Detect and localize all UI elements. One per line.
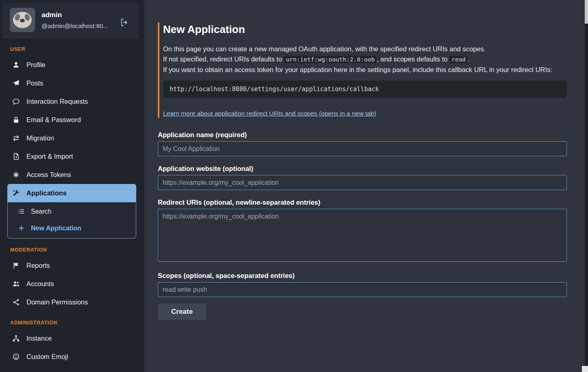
sidebar-item-label: Search — [31, 207, 52, 216]
sidebar-item-label: Migration — [26, 133, 54, 143]
intro-line-2-mid: , and scopes defaults to — [377, 55, 449, 63]
sidebar-item-label: Profile — [26, 60, 46, 70]
application-website-label: Application website (optional) — [158, 165, 567, 173]
avatar — [10, 8, 35, 32]
sidebar-nav-moderation: Reports Accounts Domain Permissions — [0, 256, 144, 311]
flag-icon — [12, 262, 20, 269]
sidebar-item-migration[interactable]: Migration — [0, 129, 144, 147]
callback-url-code-block: http://localhost:8080/settings/user/appl… — [163, 81, 567, 98]
sidebar-item-label: Interaction Requests — [26, 97, 88, 106]
sidebar-item-label: Applications — [26, 188, 67, 198]
sidebar-item-new-application[interactable]: New Application — [8, 220, 136, 236]
scopes-input[interactable] — [158, 282, 567, 297]
sidebar-item-label: New Application — [31, 223, 81, 233]
application-name-input[interactable] — [158, 141, 567, 156]
sidebar-item-label: Access Tokens — [26, 170, 71, 179]
sidebar: admin @admin@localhost:80... USER Profil… — [0, 0, 144, 372]
application-website-input[interactable] — [158, 175, 567, 190]
new-application-form: Application name (required) Application … — [158, 131, 567, 320]
comment-icon — [12, 98, 20, 105]
sidebar-item-accounts[interactable]: Accounts — [0, 275, 144, 293]
sidebar-item-custom-emoji[interactable]: Custom Emoji — [0, 348, 144, 366]
sitemap-icon — [12, 335, 20, 342]
intro-line-2-pre: If not specified, redirect URIs defaults… — [163, 55, 284, 63]
intro-line-3: If you want to obtain an access token fo… — [163, 65, 567, 75]
share-nodes-icon — [12, 299, 20, 306]
application-name-field: Application name (required) — [158, 131, 567, 156]
learn-more-link[interactable]: Learn more about application redirect UR… — [163, 110, 376, 117]
sidebar-item-label: Actions — [26, 370, 48, 372]
main-content: New Application On this page you can cre… — [144, 0, 588, 372]
scopes-label: Scopes (optional, space-separated entrie… — [158, 272, 567, 280]
inline-code-read: read — [449, 56, 468, 63]
section-label-user: USER — [10, 46, 144, 52]
intro-line-2: If not specified, redirect URIs defaults… — [163, 54, 567, 65]
applications-submenu: Search New Application — [7, 202, 136, 239]
user-icon — [12, 61, 20, 68]
sidebar-item-label: Custom Emoji — [26, 352, 68, 361]
intro-line-1: On this page you can create a new manage… — [163, 44, 567, 54]
redirect-uris-field: Redirect URIs (optional, newline-separat… — [158, 199, 567, 263]
sidebar-item-label: Export & Import — [26, 152, 73, 161]
sidebar-item-actions[interactable]: Actions — [0, 366, 144, 372]
sidebar-item-email-password[interactable]: Email & Password — [0, 111, 144, 129]
sidebar-item-export-import[interactable]: Export & Import — [0, 147, 144, 166]
intro-line-2-post: . — [468, 55, 470, 63]
application-website-field: Application website (optional) — [158, 165, 567, 190]
vertical-scrollbar[interactable] — [585, 0, 588, 372]
users-icon — [12, 280, 20, 287]
sidebar-item-applications[interactable]: Applications — [7, 184, 136, 202]
scrollbar-thumb[interactable] — [585, 0, 588, 24]
sidebar-item-label: Domain Permissions — [26, 298, 88, 307]
application-name-label: Application name (required) — [158, 131, 567, 139]
sidebar-item-posts[interactable]: Posts — [0, 74, 144, 92]
asterisk-icon — [12, 171, 20, 178]
paper-plane-icon — [12, 80, 20, 87]
tools-icon — [12, 190, 20, 197]
sidebar-item-access-tokens[interactable]: Access Tokens — [0, 166, 144, 184]
sidebar-item-label: Accounts — [26, 279, 54, 289]
redirect-uris-label: Redirect URIs (optional, newline-separat… — [158, 199, 567, 206]
transfer-arrows-icon — [12, 135, 20, 142]
plus-icon — [17, 225, 25, 231]
user-name: admin — [41, 11, 108, 19]
sidebar-item-label: Posts — [26, 79, 43, 88]
page-title: New Application — [163, 23, 567, 36]
user-card[interactable]: admin @admin@localhost:80... — [3, 3, 139, 38]
inline-code-oob: urn:ietf:wg:oauth:2.0:oob — [284, 56, 377, 63]
section-label-moderation: MODERATION — [10, 247, 144, 253]
avatar-face — [13, 12, 32, 28]
sidebar-item-applications-search[interactable]: Search — [8, 203, 136, 220]
sidebar-item-label: Reports — [26, 261, 50, 270]
page-intro-block: New Application On this page you can cre… — [158, 22, 567, 118]
list-icon — [17, 208, 25, 214]
sidebar-item-domain-permissions[interactable]: Domain Permissions — [0, 293, 144, 311]
sidebar-item-label: Email & Password — [26, 115, 81, 125]
user-meta: admin @admin@localhost:80... — [41, 11, 108, 29]
file-export-icon — [12, 153, 20, 160]
sidebar-group-applications: Applications Search New Application — [7, 184, 136, 239]
sidebar-item-profile[interactable]: Profile — [0, 56, 144, 74]
smiley-icon — [12, 353, 20, 360]
redirect-uris-textarea[interactable] — [158, 209, 567, 262]
sidebar-item-interaction-requests[interactable]: Interaction Requests — [0, 92, 144, 111]
section-label-administration: ADMINISTRATION — [10, 320, 144, 326]
sidebar-item-reports[interactable]: Reports — [0, 256, 144, 275]
sidebar-nav-administration: Instance Custom Emoji Actions — [0, 329, 144, 372]
scrollbar-corner — [582, 366, 588, 372]
sidebar-nav-user: Profile Posts Interaction Requests Email… — [0, 56, 144, 239]
create-button[interactable]: Create — [158, 304, 206, 320]
user-handle: @admin@localhost:80... — [41, 22, 108, 29]
sidebar-item-instance[interactable]: Instance — [0, 329, 144, 348]
lock-icon — [12, 116, 20, 123]
scopes-field: Scopes (optional, space-separated entrie… — [158, 272, 567, 297]
sign-out-icon[interactable] — [120, 18, 129, 28]
sidebar-item-label: Instance — [26, 334, 52, 343]
